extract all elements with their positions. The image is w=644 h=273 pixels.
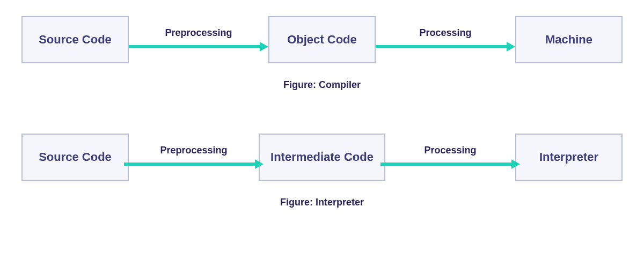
edge-processing: Processing [385, 145, 515, 170]
node-label: Machine [545, 33, 592, 47]
node-source-code: Source Code [21, 16, 129, 63]
node-interpreter: Interpreter [515, 134, 623, 181]
node-label: Source Code [39, 150, 112, 164]
edge-processing: Processing [376, 27, 515, 53]
node-label: Interpreter [539, 150, 598, 164]
flow-compiler: Source Code Preprocessing Object Code Pr… [0, 0, 644, 69]
edge-preprocessing: Preprocessing [129, 145, 259, 170]
edge-label: Processing [424, 145, 476, 156]
svg-marker-3 [507, 42, 515, 51]
node-machine: Machine [515, 16, 623, 63]
svg-marker-1 [260, 42, 268, 51]
node-intermediate-code: Intermediate Code [259, 134, 385, 181]
arrow-right-icon [376, 41, 515, 53]
svg-marker-5 [255, 159, 264, 169]
node-label: Source Code [39, 33, 112, 47]
edge-label: Preprocessing [165, 27, 232, 39]
flow-spacer [0, 107, 644, 117]
node-object-code: Object Code [268, 16, 376, 63]
edge-label: Processing [419, 27, 471, 39]
arrow-right-icon [124, 158, 264, 170]
caption-compiler: Figure: Compiler [0, 69, 644, 107]
node-label: Object Code [287, 33, 357, 47]
arrow-right-icon [380, 158, 520, 170]
node-label: Intermediate Code [270, 150, 374, 164]
edge-label: Preprocessing [160, 145, 227, 156]
edge-preprocessing: Preprocessing [129, 27, 268, 53]
node-source-code: Source Code [21, 134, 129, 181]
caption-interpreter: Figure: Interpreter [0, 186, 644, 224]
flow-interpreter: Source Code Preprocessing Intermediate C… [0, 117, 644, 186]
svg-marker-7 [511, 159, 520, 169]
arrow-right-icon [129, 41, 268, 53]
